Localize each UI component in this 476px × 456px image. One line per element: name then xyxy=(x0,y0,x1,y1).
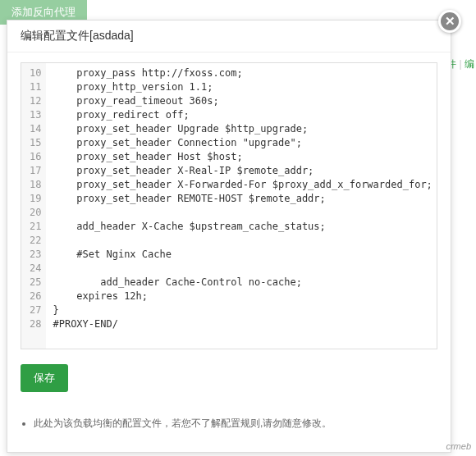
close-icon: ✕ xyxy=(445,14,455,29)
watermark: crmeb xyxy=(446,441,471,451)
line-gutter: 10111213141516171819202122232425262728 xyxy=(21,63,46,349)
config-note: 此处为该负载均衡的配置文件，若您不了解配置规则,请勿随意修改。 xyxy=(34,417,437,431)
close-button[interactable]: ✕ xyxy=(438,10,461,33)
modal-title: 编辑配置文件[asdada] xyxy=(7,21,451,52)
save-button[interactable]: 保存 xyxy=(21,364,68,392)
edit-config-modal: 编辑配置文件[asdada] 1011121314151617181920212… xyxy=(7,20,451,453)
code-content[interactable]: proxy_pass http://fxoss.com; proxy_http_… xyxy=(46,63,437,349)
code-editor[interactable]: 10111213141516171819202122232425262728 p… xyxy=(21,62,437,349)
